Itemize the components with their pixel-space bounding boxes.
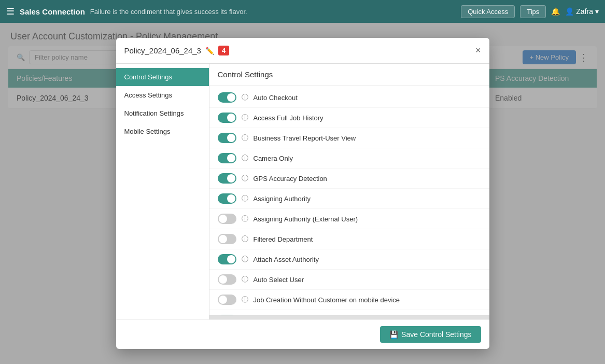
- info-access-full-job-history[interactable]: ⓘ: [242, 113, 248, 122]
- toggle-data-export-access[interactable]: [218, 315, 236, 315]
- app-title: Sales Connection: [20, 7, 85, 16]
- setting-camera-only: ⓘ Camera Only: [209, 148, 489, 169]
- modal-body: Control Settings Access Settings Notific…: [116, 64, 489, 319]
- tips-button[interactable]: Tips: [520, 5, 546, 18]
- toggle-auto-checkout[interactable]: [218, 92, 236, 103]
- info-job-creation[interactable]: ⓘ: [242, 295, 248, 304]
- label-auto-select-user: Auto Select User: [254, 276, 304, 284]
- label-gps-accuracy: GPS Accuracy Detection: [254, 175, 327, 183]
- info-camera-only[interactable]: ⓘ: [242, 153, 248, 163]
- label-assigning-authority: Assigning Authority: [254, 195, 311, 203]
- modal-title-bar: Policy_2024_06_24_3 ✏️ 4 ×: [116, 38, 489, 64]
- tagline: Failure is the condiment that gives succ…: [90, 8, 247, 16]
- nav-right: Quick Access Tips 🔔 👤 Zafra ▾: [461, 5, 599, 18]
- setting-assigning-authority: ⓘ Assigning Authority: [209, 189, 489, 209]
- setting-filtered-department: ⓘ Filtered Department: [209, 229, 489, 249]
- save-label: Save Control Settings: [401, 330, 471, 339]
- toggle-job-creation[interactable]: [218, 295, 236, 305]
- toggle-gps-accuracy[interactable]: [218, 173, 236, 184]
- info-auto-checkout[interactable]: ⓘ: [242, 93, 248, 102]
- setting-access-full-job-history: ⓘ Access Full Job History: [209, 108, 489, 128]
- save-icon: 💾: [389, 330, 398, 339]
- user-chevron-icon: ▾: [595, 7, 599, 16]
- setting-job-creation: ⓘ Job Creation Without Customer on mobil…: [209, 290, 489, 310]
- setting-assigning-authority-external: ⓘ Assigning Authority (External User): [209, 209, 489, 229]
- toggle-access-full-job-history[interactable]: [218, 113, 236, 123]
- modal-footer: 💾 Save Control Settings: [116, 319, 489, 349]
- top-nav: ☰ Sales Connection Failure is the condim…: [0, 0, 605, 23]
- modal-title: Policy_2024_06_24_3: [124, 46, 201, 55]
- settings-header: Control Settings: [209, 64, 489, 86]
- toggle-attach-asset-authority[interactable]: [218, 254, 236, 264]
- bell-icon[interactable]: 🔔: [551, 7, 560, 16]
- label-business-travel: Business Travel Report-User View: [254, 134, 356, 142]
- info-attach-asset-authority[interactable]: ⓘ: [242, 255, 248, 264]
- user-avatar-icon: 👤: [565, 7, 574, 16]
- info-filtered-department[interactable]: ⓘ: [242, 234, 248, 244]
- label-job-creation: Job Creation Without Customer on mobile …: [254, 296, 400, 304]
- save-control-settings-button[interactable]: 💾 Save Control Settings: [380, 326, 481, 343]
- label-assigning-authority-external: Assigning Authority (External User): [254, 215, 358, 223]
- toggle-filtered-department[interactable]: [218, 234, 236, 244]
- scroll-indicator: [209, 315, 489, 319]
- info-gps-accuracy[interactable]: ⓘ: [242, 174, 248, 183]
- hamburger-icon[interactable]: ☰: [6, 6, 15, 17]
- modal-sidebar: Control Settings Access Settings Notific…: [116, 64, 209, 319]
- setting-auto-select-user: ⓘ Auto Select User: [209, 270, 489, 290]
- settings-list: ⓘ Auto Checkout ⓘ Access Full Job Histor…: [209, 86, 489, 315]
- toggle-camera-only[interactable]: [218, 153, 236, 163]
- setting-business-travel: ⓘ Business Travel Report-User View: [209, 128, 489, 148]
- user-name: Zafra: [576, 7, 593, 16]
- info-business-travel[interactable]: ⓘ: [242, 133, 248, 143]
- label-auto-checkout: Auto Checkout: [254, 94, 298, 102]
- nav-left: ☰ Sales Connection Failure is the condim…: [6, 6, 455, 17]
- toggle-business-travel[interactable]: [218, 133, 236, 143]
- page-background: User Account Customization - Policy Mana…: [0, 23, 605, 364]
- quick-access-button[interactable]: Quick Access: [461, 5, 515, 18]
- label-camera-only: Camera Only: [254, 155, 293, 162]
- sidebar-mobile-settings[interactable]: Mobile Settings: [116, 122, 209, 141]
- label-attach-asset-authority: Attach Asset Authority: [254, 256, 319, 263]
- toggle-assigning-authority-external[interactable]: [218, 214, 236, 224]
- info-auto-select-user[interactable]: ⓘ: [242, 275, 248, 284]
- info-assigning-authority-external[interactable]: ⓘ: [242, 214, 248, 223]
- sidebar-control-settings[interactable]: Control Settings: [116, 68, 209, 86]
- toggle-assigning-authority[interactable]: [218, 193, 236, 204]
- setting-gps-accuracy: ⓘ GPS Accuracy Detection: [209, 169, 489, 189]
- label-filtered-department: Filtered Department: [254, 235, 313, 243]
- policy-modal: Policy_2024_06_24_3 ✏️ 4 × Control Setti…: [116, 38, 489, 349]
- modal-badge: 4: [218, 46, 229, 55]
- sidebar-access-settings[interactable]: Access Settings: [116, 86, 209, 104]
- label-access-full-job-history: Access Full Job History: [254, 114, 323, 122]
- info-assigning-authority[interactable]: ⓘ: [242, 194, 248, 203]
- modal-edit-icon[interactable]: ✏️: [205, 47, 214, 55]
- sidebar-notification-settings[interactable]: Notification Settings: [116, 104, 209, 122]
- settings-content: Control Settings ⓘ Auto Checkout ⓘ Acces…: [209, 64, 489, 319]
- setting-auto-checkout: ⓘ Auto Checkout: [209, 88, 489, 108]
- user-menu[interactable]: 👤 Zafra ▾: [565, 7, 599, 16]
- toggle-auto-select-user[interactable]: [218, 274, 236, 285]
- modal-close-button[interactable]: ×: [475, 45, 481, 56]
- setting-attach-asset-authority: ⓘ Attach Asset Authority: [209, 249, 489, 270]
- setting-data-export-access: ⓘ Data Export Access: [209, 310, 489, 315]
- modal-backdrop: Policy_2024_06_24_3 ✏️ 4 × Control Setti…: [0, 23, 605, 364]
